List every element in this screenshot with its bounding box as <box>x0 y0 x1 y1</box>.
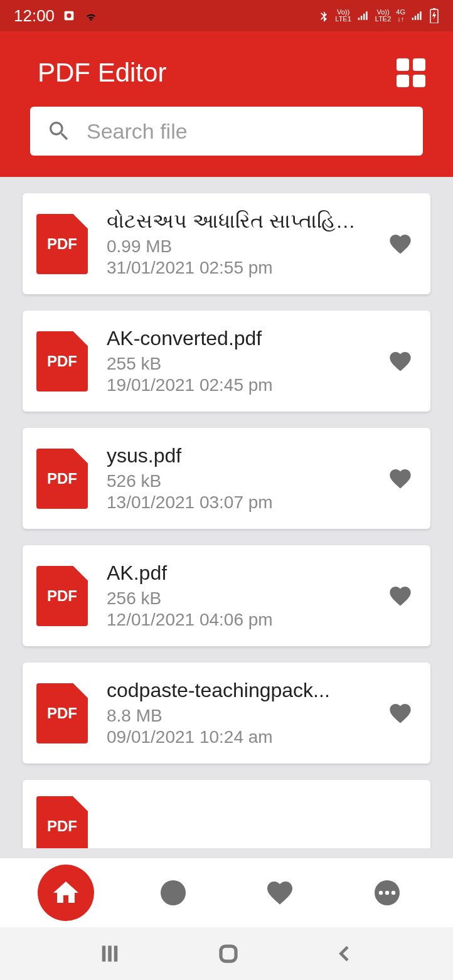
file-name: વોટસઅપ આધારિત સાપ્તાહિક પરી... <box>107 210 369 233</box>
file-name <box>107 813 413 836</box>
file-size: 0.99 MB <box>107 237 369 257</box>
pdf-icon: PDF <box>36 449 88 509</box>
clock-icon <box>158 878 188 908</box>
app-title: PDF Editor <box>30 58 166 88</box>
svg-point-7 <box>392 891 395 895</box>
app-indicator-icon <box>62 9 76 23</box>
home-icon <box>51 878 81 908</box>
file-name: AK-converted.pdf <box>107 327 369 350</box>
bluetooth-icon <box>317 9 330 23</box>
battery-icon <box>429 8 439 23</box>
status-left: 12:00 <box>14 6 99 26</box>
nav-more-button[interactable] <box>359 865 415 921</box>
favorite-button[interactable] <box>388 232 413 257</box>
svg-rect-11 <box>221 946 236 961</box>
signal2-icon <box>410 9 424 22</box>
file-date: 12/01/2021 04:06 pm <box>107 610 369 630</box>
file-size: 526 kB <box>107 471 369 491</box>
back-button[interactable] <box>335 944 355 964</box>
favorite-button[interactable] <box>388 583 413 609</box>
file-date: 31/01/2021 02:55 pm <box>107 258 369 278</box>
nav-favorites-button[interactable] <box>252 865 308 921</box>
file-item[interactable]: PDF <box>23 780 430 848</box>
file-info <box>107 813 413 840</box>
file-item[interactable]: PDF AK-converted.pdf 255 kB 19/01/2021 0… <box>23 311 430 412</box>
net-indicator: 4G ↓↑ <box>396 9 405 23</box>
svg-rect-3 <box>433 8 435 9</box>
pdf-icon: PDF <box>36 683 88 743</box>
search-bar[interactable] <box>30 107 423 156</box>
svg-point-5 <box>379 891 383 895</box>
search-input[interactable] <box>87 119 407 144</box>
more-icon <box>372 878 402 908</box>
file-info: ysus.pdf 526 kB 13/01/2021 03:07 pm <box>107 444 369 513</box>
search-icon <box>46 119 72 144</box>
file-item[interactable]: PDF વોટસઅપ આધારિત સાપ્તાહિક પરી... 0.99 … <box>23 193 430 294</box>
grid-view-button[interactable] <box>397 58 425 87</box>
system-nav <box>0 927 453 980</box>
nav-home-button[interactable] <box>38 865 94 921</box>
file-item[interactable]: PDF ysus.pdf 526 kB 13/01/2021 03:07 pm <box>23 428 430 529</box>
recents-button[interactable] <box>98 942 122 966</box>
file-size: 255 kB <box>107 354 369 374</box>
file-item[interactable]: PDF codpaste-teachingpack... 8.8 MB 09/0… <box>23 663 430 764</box>
status-bar: 12:00 Vo)) LTE1 Vo)) LTE2 4G ↓↑ <box>0 0 453 31</box>
file-info: AK.pdf 256 kB 12/01/2021 04:06 pm <box>107 562 369 630</box>
lte1-indicator: Vo)) LTE1 <box>335 9 351 23</box>
status-time: 12:00 <box>14 6 55 26</box>
favorite-button[interactable] <box>388 466 413 491</box>
file-name: codpaste-teachingpack... <box>107 679 369 702</box>
file-date: 19/01/2021 02:45 pm <box>107 375 369 395</box>
file-info: AK-converted.pdf 255 kB 19/01/2021 02:45… <box>107 327 369 395</box>
file-info: વોટસઅપ આધારિત સાપ્તાહિક પરી... 0.99 MB 3… <box>107 210 369 278</box>
file-size: 8.8 MB <box>107 706 369 726</box>
pdf-icon: PDF <box>36 566 88 626</box>
file-date: 09/01/2021 10:24 am <box>107 727 369 747</box>
favorite-button[interactable] <box>388 349 413 374</box>
heart-icon <box>265 878 295 908</box>
file-list: PDF વોટસઅપ આધારિત સાપ્તાહિક પરી... 0.99 … <box>0 177 453 848</box>
home-button[interactable] <box>217 942 240 965</box>
file-date: 13/01/2021 03:07 pm <box>107 493 369 513</box>
file-name: AK.pdf <box>107 562 369 585</box>
svg-point-1 <box>67 13 71 18</box>
favorite-button[interactable] <box>388 701 413 726</box>
file-name: ysus.pdf <box>107 444 369 467</box>
pdf-icon: PDF <box>36 796 88 848</box>
pdf-icon: PDF <box>36 214 88 274</box>
status-right: Vo)) LTE1 Vo)) LTE2 4G ↓↑ <box>317 8 439 23</box>
file-info: codpaste-teachingpack... 8.8 MB 09/01/20… <box>107 679 369 747</box>
wifi-icon <box>83 8 99 23</box>
app-header: PDF Editor <box>0 31 453 177</box>
file-size: 256 kB <box>107 589 369 609</box>
bottom-nav <box>0 858 453 927</box>
nav-recent-button[interactable] <box>145 865 201 921</box>
svg-point-6 <box>385 891 389 895</box>
pdf-icon: PDF <box>36 331 88 391</box>
file-item[interactable]: PDF AK.pdf 256 kB 12/01/2021 04:06 pm <box>23 545 430 646</box>
signal1-icon <box>356 9 370 22</box>
lte2-indicator: Vo)) LTE2 <box>375 9 391 23</box>
